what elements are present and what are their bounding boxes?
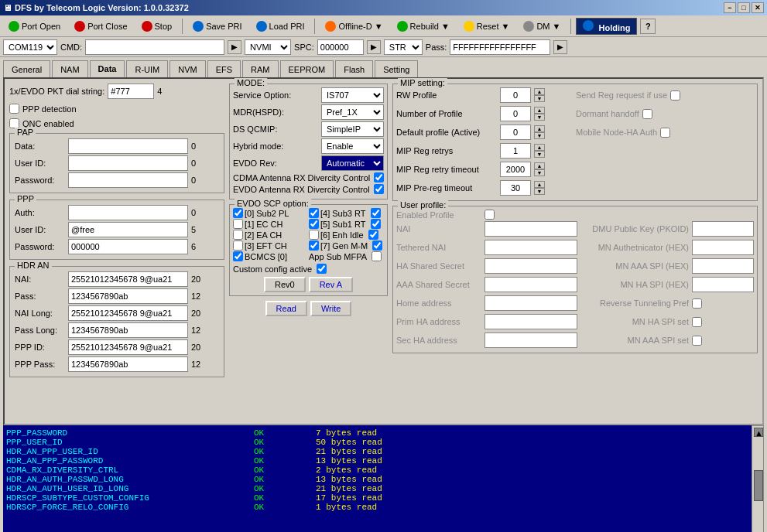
port-open-button[interactable]: Port Open bbox=[3, 18, 66, 35]
scp-4b-checkbox[interactable] bbox=[371, 208, 381, 218]
scp-7b-checkbox[interactable] bbox=[372, 240, 382, 251]
tethered-input[interactable] bbox=[485, 240, 577, 255]
tab-data[interactable]: Data bbox=[90, 60, 125, 77]
scp-appsub-checkbox[interactable] bbox=[372, 251, 382, 261]
scp-6b-checkbox[interactable] bbox=[368, 230, 378, 240]
mn-aaa-spi-set-checkbox[interactable] bbox=[692, 336, 702, 346]
scp-6-checkbox[interactable] bbox=[309, 230, 319, 240]
num-profile-down[interactable]: ▼ bbox=[534, 114, 545, 121]
rw-profile-down[interactable]: ▼ bbox=[534, 95, 545, 102]
mn-aaa-spi-input[interactable] bbox=[692, 258, 754, 274]
str-select[interactable]: STR bbox=[384, 39, 423, 55]
mn-ha-spi-input[interactable] bbox=[692, 277, 754, 292]
dormant-checkbox[interactable] bbox=[642, 109, 652, 119]
scp-7-checkbox[interactable] bbox=[309, 240, 319, 251]
pap-pass-input[interactable] bbox=[68, 172, 188, 188]
pass-input[interactable] bbox=[450, 39, 550, 55]
hdr-nailong-input[interactable] bbox=[68, 305, 188, 321]
rw-profile-up[interactable]: ▲ bbox=[534, 88, 545, 95]
ds-qcmip-select[interactable]: SimpleIP bbox=[321, 121, 384, 137]
enabled-profile-checkbox[interactable] bbox=[485, 210, 495, 220]
hdr-pppid-input[interactable] bbox=[68, 339, 188, 355]
tab-ram[interactable]: RAM bbox=[242, 60, 278, 77]
mn-ha-spi-set-checkbox[interactable] bbox=[692, 317, 702, 327]
sec-ha-input[interactable] bbox=[485, 332, 577, 348]
num-profile-input[interactable] bbox=[500, 106, 531, 121]
mip-retry-to-input[interactable] bbox=[500, 162, 531, 177]
rw-profile-input[interactable] bbox=[500, 87, 531, 103]
hdr-passlong-input[interactable] bbox=[68, 322, 188, 338]
scp-5-checkbox[interactable] bbox=[309, 219, 319, 229]
tab-nam[interactable]: NAM bbox=[52, 60, 87, 77]
console-scrollbar[interactable]: ▲ ▼ bbox=[752, 425, 764, 532]
evdo-select[interactable]: Automatic bbox=[321, 155, 384, 171]
tab-efs[interactable]: EFS bbox=[207, 60, 241, 77]
ppp-detection-checkbox[interactable] bbox=[9, 104, 19, 114]
reva-button[interactable]: Rev A bbox=[309, 277, 353, 292]
pass-go-button[interactable]: ▶ bbox=[553, 40, 567, 54]
read-button[interactable]: Read bbox=[265, 301, 307, 316]
maximize-button[interactable]: □ bbox=[738, 2, 750, 13]
default-profile-down[interactable]: ▼ bbox=[534, 132, 545, 139]
tab-flash[interactable]: Flash bbox=[335, 60, 373, 77]
dm-button[interactable]: DM ▼ bbox=[518, 18, 566, 35]
mip-retry-to-up[interactable]: ▲ bbox=[534, 162, 545, 169]
minimize-button[interactable]: − bbox=[724, 2, 736, 13]
scp-5b-checkbox[interactable] bbox=[371, 219, 381, 229]
ppp-pass-input[interactable] bbox=[68, 239, 188, 254]
nvmi-select[interactable]: NVMI bbox=[245, 39, 291, 55]
rev0-button[interactable]: Rev0 bbox=[264, 277, 306, 292]
hdr-nai-input[interactable] bbox=[68, 271, 188, 287]
mip-prereg-down[interactable]: ▼ bbox=[534, 188, 545, 195]
tab-nvm[interactable]: NVM bbox=[169, 60, 205, 77]
spc-input[interactable] bbox=[317, 39, 364, 55]
service-option-select[interactable]: IS707 bbox=[321, 87, 384, 103]
write-button[interactable]: Write bbox=[310, 301, 351, 316]
hybrid-select[interactable]: Enable bbox=[321, 138, 384, 154]
aaa-shared-input[interactable] bbox=[485, 277, 577, 292]
pap-userid-input[interactable] bbox=[68, 155, 188, 171]
dial-string-input[interactable] bbox=[108, 84, 154, 99]
scp-2-checkbox[interactable] bbox=[233, 230, 243, 240]
scp-4-checkbox[interactable] bbox=[309, 208, 319, 218]
mip-prereg-input[interactable] bbox=[500, 180, 531, 196]
tab-eeprom[interactable]: EEPROM bbox=[280, 60, 334, 77]
load-pri-button[interactable]: Load PRI bbox=[251, 18, 310, 35]
reset-button[interactable]: Reset ▼ bbox=[458, 18, 515, 35]
num-profile-up[interactable]: ▲ bbox=[534, 107, 545, 114]
close-button[interactable]: ✕ bbox=[752, 2, 764, 13]
mip-retrys-up[interactable]: ▲ bbox=[534, 144, 545, 151]
dmu-input[interactable] bbox=[692, 221, 754, 237]
ha-shared-input[interactable] bbox=[485, 258, 577, 274]
holding-button[interactable]: Holding bbox=[576, 18, 637, 35]
hdr-ppppass-input[interactable] bbox=[68, 356, 188, 372]
scrollbar-up[interactable]: ▲ bbox=[754, 428, 763, 437]
tab-general[interactable]: General bbox=[3, 60, 50, 77]
help-button[interactable]: ? bbox=[640, 19, 656, 34]
mip-retry-to-down[interactable]: ▼ bbox=[534, 169, 545, 176]
prim-ha-input[interactable] bbox=[485, 314, 577, 329]
ppp-userid-input[interactable] bbox=[68, 222, 188, 237]
home-addr-input[interactable] bbox=[485, 295, 577, 311]
mobile-node-checkbox[interactable] bbox=[660, 128, 670, 138]
hdr-pass-input[interactable] bbox=[68, 288, 188, 304]
scp-custom-checkbox[interactable] bbox=[317, 264, 327, 274]
evdo-ant-checkbox[interactable] bbox=[374, 184, 384, 194]
mip-retrys-down[interactable]: ▼ bbox=[534, 151, 545, 158]
send-reg-checkbox[interactable] bbox=[670, 90, 680, 101]
offline-d-button[interactable]: Offline-D ▼ bbox=[320, 18, 388, 35]
save-pri-button[interactable]: Save PRI bbox=[187, 18, 247, 35]
rev-tunnel-checkbox[interactable] bbox=[692, 298, 702, 309]
spc-go-button[interactable]: ▶ bbox=[367, 40, 381, 54]
cdma-ant-checkbox[interactable] bbox=[374, 172, 384, 182]
scp-3-checkbox[interactable] bbox=[233, 240, 243, 251]
scp-0-checkbox[interactable] bbox=[233, 208, 243, 218]
nai-input[interactable] bbox=[485, 221, 577, 237]
cmd-go-button[interactable]: ▶ bbox=[228, 40, 241, 54]
scp-bcmcs-checkbox[interactable] bbox=[233, 251, 243, 261]
mdr-select[interactable]: Pref_1X bbox=[321, 104, 384, 120]
com-select[interactable]: COM119 bbox=[3, 39, 57, 55]
mip-retrys-input[interactable] bbox=[500, 143, 531, 159]
tab-setting[interactable]: Setting bbox=[375, 60, 418, 77]
pap-data-input[interactable] bbox=[68, 138, 188, 154]
